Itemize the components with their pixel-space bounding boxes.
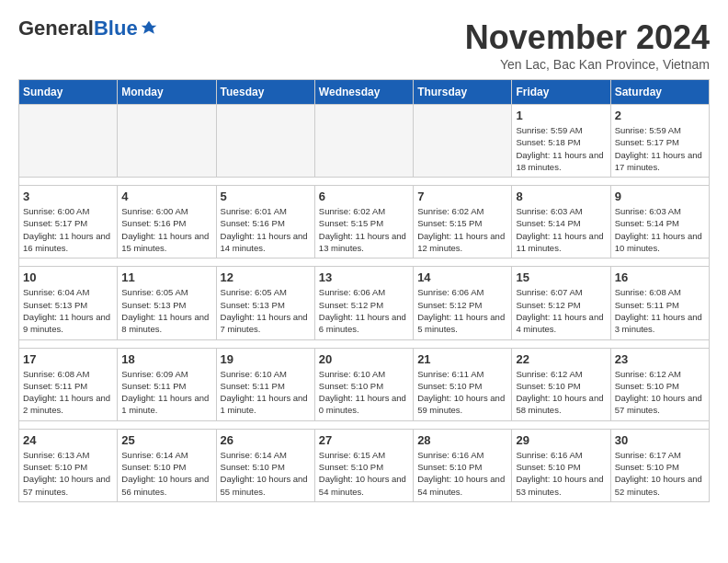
day-info: Sunrise: 6:11 AM Sunset: 5:10 PM Dayligh… xyxy=(417,368,507,417)
header-cell-saturday: Saturday xyxy=(610,80,709,105)
header-cell-thursday: Thursday xyxy=(414,80,512,105)
day-cell xyxy=(118,105,216,178)
day-cell: 6Sunrise: 6:02 AM Sunset: 5:15 PM Daylig… xyxy=(314,186,413,259)
day-info: Sunrise: 6:03 AM Sunset: 5:14 PM Dayligh… xyxy=(516,205,606,254)
day-info: Sunrise: 6:02 AM Sunset: 5:15 PM Dayligh… xyxy=(319,205,409,254)
header-cell-wednesday: Wednesday xyxy=(314,80,413,105)
calendar-table: SundayMondayTuesdayWednesdayThursdayFrid… xyxy=(18,79,710,502)
day-number: 14 xyxy=(417,270,507,284)
day-cell: 5Sunrise: 6:01 AM Sunset: 5:16 PM Daylig… xyxy=(216,186,314,259)
day-number: 20 xyxy=(319,352,409,366)
day-info: Sunrise: 6:16 AM Sunset: 5:10 PM Dayligh… xyxy=(417,449,507,498)
day-number: 26 xyxy=(221,433,311,447)
week-row-5: 24Sunrise: 6:13 AM Sunset: 5:10 PM Dayli… xyxy=(19,429,710,501)
day-info: Sunrise: 6:06 AM Sunset: 5:12 PM Dayligh… xyxy=(417,286,507,335)
day-cell: 15Sunrise: 6:07 AM Sunset: 5:12 PM Dayli… xyxy=(512,267,610,339)
day-info: Sunrise: 6:16 AM Sunset: 5:10 PM Dayligh… xyxy=(516,449,606,498)
day-cell: 28Sunrise: 6:16 AM Sunset: 5:10 PM Dayli… xyxy=(414,429,512,501)
day-info: Sunrise: 6:17 AM Sunset: 5:10 PM Dayligh… xyxy=(615,449,705,498)
day-number: 28 xyxy=(417,433,507,447)
week-row-3: 10Sunrise: 6:04 AM Sunset: 5:13 PM Dayli… xyxy=(19,267,710,339)
header-cell-monday: Monday xyxy=(118,80,216,105)
day-number: 13 xyxy=(319,270,409,284)
logo-blue: Blue xyxy=(94,17,138,40)
day-info: Sunrise: 6:08 AM Sunset: 5:11 PM Dayligh… xyxy=(615,286,705,335)
day-info: Sunrise: 6:04 AM Sunset: 5:13 PM Dayligh… xyxy=(23,286,113,335)
day-number: 17 xyxy=(23,352,113,366)
day-info: Sunrise: 6:12 AM Sunset: 5:10 PM Dayligh… xyxy=(615,368,705,417)
day-cell: 1Sunrise: 5:59 AM Sunset: 5:18 PM Daylig… xyxy=(512,105,610,178)
day-cell: 2Sunrise: 5:59 AM Sunset: 5:17 PM Daylig… xyxy=(610,105,709,178)
day-cell: 16Sunrise: 6:08 AM Sunset: 5:11 PM Dayli… xyxy=(610,267,709,339)
day-cell xyxy=(216,105,314,178)
day-cell: 10Sunrise: 6:04 AM Sunset: 5:13 PM Dayli… xyxy=(19,267,118,339)
day-cell: 14Sunrise: 6:06 AM Sunset: 5:12 PM Dayli… xyxy=(414,267,512,339)
page-header: GeneralBlue November 2024 Yen Lac, Bac K… xyxy=(18,18,710,72)
day-info: Sunrise: 6:13 AM Sunset: 5:10 PM Dayligh… xyxy=(23,449,113,498)
week-separator xyxy=(19,259,710,267)
day-info: Sunrise: 6:00 AM Sunset: 5:17 PM Dayligh… xyxy=(23,205,113,254)
day-number: 3 xyxy=(23,190,113,203)
day-cell: 18Sunrise: 6:09 AM Sunset: 5:11 PM Dayli… xyxy=(118,348,216,420)
day-cell: 7Sunrise: 6:02 AM Sunset: 5:15 PM Daylig… xyxy=(414,186,512,259)
day-number: 11 xyxy=(121,270,211,284)
day-cell: 17Sunrise: 6:08 AM Sunset: 5:11 PM Dayli… xyxy=(19,348,118,420)
day-cell: 12Sunrise: 6:05 AM Sunset: 5:13 PM Dayli… xyxy=(216,267,314,339)
location-subtitle: Yen Lac, Bac Kan Province, Vietnam xyxy=(465,57,710,72)
day-info: Sunrise: 6:14 AM Sunset: 5:10 PM Dayligh… xyxy=(221,449,311,498)
day-info: Sunrise: 6:01 AM Sunset: 5:16 PM Dayligh… xyxy=(221,205,311,254)
day-info: Sunrise: 6:10 AM Sunset: 5:11 PM Dayligh… xyxy=(221,368,311,417)
day-info: Sunrise: 6:12 AM Sunset: 5:10 PM Dayligh… xyxy=(516,368,606,417)
week-row-1: 1Sunrise: 5:59 AM Sunset: 5:18 PM Daylig… xyxy=(19,105,710,178)
day-cell: 11Sunrise: 6:05 AM Sunset: 5:13 PM Dayli… xyxy=(118,267,216,339)
day-cell: 3Sunrise: 6:00 AM Sunset: 5:17 PM Daylig… xyxy=(19,186,118,259)
title-block: November 2024 Yen Lac, Bac Kan Province,… xyxy=(465,18,710,72)
week-separator xyxy=(19,178,710,186)
week-row-2: 3Sunrise: 6:00 AM Sunset: 5:17 PM Daylig… xyxy=(19,186,710,259)
day-number: 18 xyxy=(121,352,211,366)
day-number: 25 xyxy=(121,433,211,447)
day-number: 22 xyxy=(516,352,606,366)
day-number: 23 xyxy=(615,352,705,366)
day-number: 27 xyxy=(319,433,409,447)
day-info: Sunrise: 6:14 AM Sunset: 5:10 PM Dayligh… xyxy=(121,449,211,498)
header-cell-tuesday: Tuesday xyxy=(216,80,314,105)
day-cell: 27Sunrise: 6:15 AM Sunset: 5:10 PM Dayli… xyxy=(314,429,413,501)
day-info: Sunrise: 6:10 AM Sunset: 5:10 PM Dayligh… xyxy=(319,368,409,417)
header-cell-friday: Friday xyxy=(512,80,610,105)
logo-icon xyxy=(140,19,158,38)
day-cell: 8Sunrise: 6:03 AM Sunset: 5:14 PM Daylig… xyxy=(512,186,610,259)
logo-text: GeneralBlue xyxy=(18,18,138,39)
day-number: 29 xyxy=(516,433,606,447)
day-info: Sunrise: 6:08 AM Sunset: 5:11 PM Dayligh… xyxy=(23,368,113,417)
week-separator xyxy=(19,339,710,348)
day-number: 10 xyxy=(23,270,113,284)
day-cell: 22Sunrise: 6:12 AM Sunset: 5:10 PM Dayli… xyxy=(512,348,610,420)
logo-general: General xyxy=(18,17,94,40)
day-info: Sunrise: 6:05 AM Sunset: 5:13 PM Dayligh… xyxy=(121,286,211,335)
day-info: Sunrise: 6:06 AM Sunset: 5:12 PM Dayligh… xyxy=(319,286,409,335)
day-info: Sunrise: 6:15 AM Sunset: 5:10 PM Dayligh… xyxy=(319,449,409,498)
day-number: 6 xyxy=(319,190,409,203)
day-number: 8 xyxy=(516,190,606,203)
day-cell xyxy=(414,105,512,178)
day-cell: 20Sunrise: 6:10 AM Sunset: 5:10 PM Dayli… xyxy=(314,348,413,420)
day-number: 1 xyxy=(516,109,606,122)
logo: GeneralBlue xyxy=(18,18,158,39)
header-row: SundayMondayTuesdayWednesdayThursdayFrid… xyxy=(19,80,710,105)
day-number: 24 xyxy=(23,433,113,447)
day-number: 2 xyxy=(615,109,705,122)
day-cell: 25Sunrise: 6:14 AM Sunset: 5:10 PM Dayli… xyxy=(118,429,216,501)
day-cell: 24Sunrise: 6:13 AM Sunset: 5:10 PM Dayli… xyxy=(19,429,118,501)
day-cell: 19Sunrise: 6:10 AM Sunset: 5:11 PM Dayli… xyxy=(216,348,314,420)
day-number: 5 xyxy=(221,190,311,203)
day-info: Sunrise: 6:07 AM Sunset: 5:12 PM Dayligh… xyxy=(516,286,606,335)
day-number: 9 xyxy=(615,190,705,203)
day-cell: 30Sunrise: 6:17 AM Sunset: 5:10 PM Dayli… xyxy=(610,429,709,501)
day-info: Sunrise: 6:02 AM Sunset: 5:15 PM Dayligh… xyxy=(417,205,507,254)
day-info: Sunrise: 5:59 AM Sunset: 5:18 PM Dayligh… xyxy=(516,124,606,173)
day-cell: 26Sunrise: 6:14 AM Sunset: 5:10 PM Dayli… xyxy=(216,429,314,501)
day-cell: 29Sunrise: 6:16 AM Sunset: 5:10 PM Dayli… xyxy=(512,429,610,501)
day-cell: 23Sunrise: 6:12 AM Sunset: 5:10 PM Dayli… xyxy=(610,348,709,420)
day-number: 4 xyxy=(121,190,211,203)
